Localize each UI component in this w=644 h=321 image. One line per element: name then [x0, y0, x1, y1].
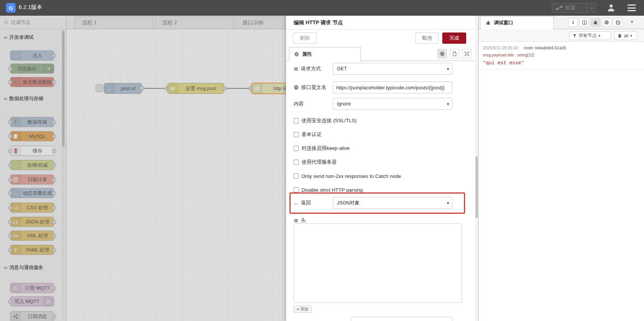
palette-node-increment[interactable]: → 自增/自减	[10, 160, 54, 170]
arrow-right-icon: →	[10, 51, 21, 60]
tab-debug-window[interactable]: 调试窗口	[480, 16, 554, 29]
debug-button[interactable]	[591, 18, 600, 27]
palette-search[interactable]	[0, 16, 66, 29]
palette-node-data-store[interactable]: 数据存储	[10, 117, 54, 127]
chevron-down-icon: ▾	[447, 197, 449, 209]
output-port	[52, 286, 56, 290]
checkbox-basic-auth[interactable]: 基本认证	[294, 131, 322, 138]
output-port	[52, 191, 56, 195]
node-description-button[interactable]	[450, 49, 459, 58]
return-select[interactable]: JSON对象 ▾	[333, 197, 452, 209]
add-header-button[interactable]: + 添加	[294, 306, 312, 313]
wire[interactable]	[226, 88, 249, 89]
palette-node-yaml[interactable]: Y YAML 处理	[10, 245, 54, 255]
palette-node-mqtt-write[interactable]: 写入 MQTT	[10, 296, 54, 306]
inject-trigger-button[interactable]	[96, 84, 103, 92]
palette-node-mqtt-subscribe[interactable]: 订阅 MQTT	[10, 283, 54, 293]
main-menu-button[interactable]	[628, 4, 636, 11]
list-icon: ≡	[43, 64, 54, 73]
url-input[interactable]	[333, 81, 452, 93]
deploy-options-caret[interactable]: ▾	[587, 3, 596, 12]
node-settings-button[interactable]	[437, 49, 447, 58]
palette-scrollbar-thumb[interactable]	[62, 31, 65, 146]
globe-icon	[252, 83, 262, 93]
palette-category-data-storage[interactable]: 数据处理与存储	[4, 95, 64, 102]
checkbox-proxy[interactable]: 使用代理服务器	[294, 158, 337, 166]
palette-node-cache[interactable]: 缓存	[10, 146, 54, 156]
palette-scrollbar[interactable]	[62, 30, 65, 320]
input-port	[8, 163, 12, 167]
chevron-down-icon: ▾	[598, 34, 600, 38]
info-button[interactable]: i	[568, 18, 578, 27]
palette-node-mysql[interactable]: MySQL	[10, 131, 54, 141]
output-port	[52, 248, 56, 252]
deploy-button[interactable]: 部署 ▾	[552, 3, 597, 13]
deploy-label: 部署	[566, 4, 575, 11]
palette-node-date-calc[interactable]: 日期计算	[10, 175, 54, 185]
palette-node-inject[interactable]: → 注入	[10, 50, 54, 61]
palette-node-collection-delete[interactable]: 集合数据删除	[10, 77, 54, 87]
palette-node-log-output[interactable]: 日志输出 ≡	[10, 64, 54, 74]
debug-sidebar: 调试窗口 i ▾ 所有节点 ▾ all ▾ 2025/9/11 09:35:43…	[478, 16, 644, 321]
context-data-button[interactable]	[613, 18, 623, 27]
input-port	[8, 234, 12, 238]
input-port	[8, 300, 12, 303]
debug-value[interactable]: "qui est esse"	[483, 60, 639, 65]
input-port	[8, 220, 12, 224]
gear-icon	[604, 20, 609, 25]
dialog-scrollbar-thumb[interactable]	[476, 156, 478, 218]
palette-node-xml[interactable]: <> XML 处理	[10, 231, 54, 241]
filter-nodes-button[interactable]: 所有节点 ▾	[569, 31, 611, 40]
debug-node-id: node: b4ea8dd4.61a05	[524, 46, 566, 50]
clear-messages-button[interactable]: all ▾	[614, 31, 637, 40]
debug-message[interactable]: 2025/9/11 09:35:43 node: b4ea8dd4.61a05 …	[479, 42, 644, 70]
headers-list-box[interactable]	[294, 223, 462, 303]
partial-bottom-select[interactable]	[351, 317, 452, 321]
palette-node-dynamic-var[interactable]: → 动态变量生成	[10, 188, 54, 198]
mongodb-leaf-icon	[10, 77, 21, 87]
app-title: 6.2.1版本	[19, 4, 42, 11]
tab-properties[interactable]: 属性	[289, 47, 361, 61]
done-button[interactable]: 完成	[442, 33, 466, 44]
checkbox-disable-strict-parsing[interactable]: Disable strict HTTP parsing	[294, 186, 363, 194]
checkbox-non2xx-catch[interactable]: Only send non-2xx responses to Catch nod…	[294, 172, 401, 180]
palette-category-messaging[interactable]: 消息与通信服务	[4, 264, 64, 271]
canvas-node-post-id[interactable]: → post id	[104, 83, 142, 94]
palette-search-input[interactable]	[11, 19, 56, 25]
sidebar-tab-bar: 调试窗口 i ▾	[479, 16, 644, 29]
flow-tab-2[interactable]: 流程 2	[155, 16, 233, 29]
expand-icon	[464, 51, 470, 56]
canvas-node-set-msg-post[interactable]: ⇄ 设置 msg.post	[167, 83, 224, 94]
app-header: G 6.2.1版本 部署 ▾	[0, 0, 644, 16]
delete-button[interactable]: 删除	[293, 33, 317, 44]
payload-select[interactable]: Ignore ▾	[333, 98, 452, 110]
config-nodes-button[interactable]	[602, 18, 612, 27]
chevron-down-icon	[4, 265, 7, 269]
checkbox-ssl[interactable]: 使用安全连接 (SSL/TLS)	[294, 117, 357, 124]
checkbox-keepalive[interactable]: 对连接启用keep-alive	[294, 145, 350, 152]
palette-node-json[interactable]: { } JSON 处理	[10, 217, 54, 227]
debug-property[interactable]: msg.payload.title : string[12]	[483, 53, 639, 57]
palette-node-subscribe-message[interactable]: 订阅消息	[10, 311, 54, 321]
user-icon[interactable]	[607, 3, 616, 12]
url-label: 接口英文名	[294, 81, 332, 93]
node-palette: 开发者调试 → 注入 日志输出 ≡ 集合数据删除 数据处理与存储 数据存储 My…	[0, 16, 66, 321]
sidebar-options-caret[interactable]: ▾	[631, 19, 633, 24]
signal-icon	[43, 297, 54, 306]
flow-tab-api-example[interactable]: 接口示例	[235, 16, 291, 29]
palette-category-dev-debug[interactable]: 开发者调试	[4, 34, 64, 41]
palette-node-csv[interactable]: 1,2 CSV 处理	[10, 203, 54, 213]
arrow-right-icon: →	[10, 188, 21, 198]
method-select[interactable]: GET ▾	[333, 63, 452, 75]
database-stack-icon	[615, 20, 621, 25]
list-icon	[294, 218, 298, 223]
dialog-scrollbar[interactable]	[475, 16, 478, 321]
node-appearance-button[interactable]	[462, 49, 471, 58]
flow-tab-1[interactable]: 流程 1	[75, 16, 153, 29]
cancel-button[interactable]: 取消	[415, 33, 439, 44]
globe-icon	[294, 85, 299, 90]
output-port	[52, 163, 56, 167]
wire[interactable]	[144, 88, 166, 89]
help-button[interactable]	[579, 18, 589, 27]
chevron-down-icon: ▾	[447, 63, 449, 74]
